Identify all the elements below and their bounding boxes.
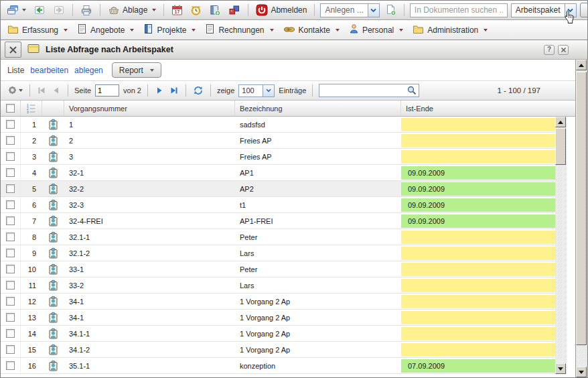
row-checkbox[interactable] (6, 297, 15, 306)
table-row[interactable]: 15 34.1-2 1 Vorgang 2 Ap (1, 342, 555, 358)
row-checkbox[interactable] (6, 233, 15, 241)
row-checkbox[interactable] (6, 249, 15, 257)
gear-icon (7, 84, 18, 97)
row-checkbox[interactable] (6, 216, 15, 225)
suchen-button[interactable]: Suchen (580, 3, 588, 17)
table-scrollbar[interactable] (555, 117, 567, 374)
arbeitspaket-icon (42, 261, 64, 277)
back-button[interactable] (31, 3, 48, 17)
bearbeiten-link[interactable]: bearbeiten (30, 66, 68, 75)
table-row[interactable]: 14 34.1-1 1 Vorgang 2 Ap (1, 326, 555, 342)
menu-administration[interactable]: Administration (413, 24, 488, 36)
report-button[interactable]: Report (112, 62, 161, 78)
menu-kontakte[interactable]: Kontakte (283, 24, 340, 36)
modules-button[interactable] (226, 3, 242, 17)
row-checkbox[interactable] (6, 120, 15, 129)
anlegen-select[interactable]: Anlegen ... (320, 3, 379, 17)
row-checkbox[interactable] (6, 313, 15, 322)
row-checkbox[interactable] (6, 265, 15, 273)
arbeitspaket-icon (42, 197, 64, 212)
grid-settings-button[interactable] (6, 84, 23, 98)
close-button[interactable] (558, 45, 569, 55)
menu-rechnungen[interactable]: Rechnungen (205, 23, 273, 36)
print-button[interactable] (78, 3, 94, 17)
table-row[interactable]: 16 35.1-1 konzeption 07.09.2009 (1, 358, 555, 374)
row-number: 3 (21, 149, 42, 164)
row-checkbox[interactable] (6, 152, 15, 161)
row-checkbox[interactable] (6, 200, 15, 209)
scrollbar-thumb[interactable] (555, 128, 566, 165)
arbeitspaket-icon (42, 117, 64, 132)
logout-button[interactable]: Abmelden (254, 3, 309, 17)
last-page-button[interactable] (169, 85, 179, 96)
menu-erfassung[interactable]: Erfassung (7, 24, 68, 36)
search-scope-select[interactable]: Arbeitspaket (511, 3, 577, 17)
table-row[interactable]: 6 32-3 t1 09.09.2009 (1, 197, 555, 213)
search-icon[interactable] (407, 85, 417, 97)
window-list-button[interactable] (5, 3, 28, 17)
forward-button[interactable] (51, 3, 67, 17)
separator (163, 4, 164, 16)
grid-filter-input[interactable] (319, 84, 419, 97)
table-row[interactable]: 11 33-2 Lars (1, 277, 555, 294)
close-window-button[interactable] (5, 42, 21, 58)
refresh-button[interactable] (192, 84, 204, 97)
scroll-down-button[interactable] (555, 363, 566, 374)
table-row[interactable]: 1 1 sadsfsd (1, 117, 555, 133)
table-row[interactable]: 8 32.1-1 Peter (1, 229, 555, 245)
table-row[interactable]: 13 34-1 1 Vorgang 2 Ap (1, 310, 555, 326)
calendar-button[interactable]: 17 (169, 3, 185, 17)
table-row[interactable]: 3 3 Freies AP (1, 149, 555, 165)
scroll-up-button[interactable] (555, 117, 566, 127)
table-row[interactable]: 2 2 Freies AP (1, 133, 555, 149)
row-bezeichnung: 1 Vorgang 2 Ap (235, 326, 401, 341)
scrollbar-thumb[interactable] (576, 72, 587, 345)
menu-personal[interactable]: Personal (349, 23, 403, 36)
table-row[interactable]: 9 32.1-2 Lars (1, 245, 555, 261)
page-size-select[interactable]: 100 (238, 84, 275, 97)
row-bezeichnung: 1 Vorgang 2 Ap (235, 310, 401, 325)
numbered-list-icon[interactable]: 1 2 3 (21, 101, 42, 116)
help-button[interactable]: ? (544, 45, 555, 55)
table-row[interactable]: 5 32-2 AP2 09.09.2009 (1, 181, 555, 197)
menu-angebote[interactable]: Angebote (77, 23, 134, 36)
scroll-up-button[interactable] (576, 60, 587, 70)
print-icon (80, 5, 92, 16)
first-page-button[interactable] (36, 85, 47, 96)
document-search-input[interactable] (410, 3, 508, 17)
row-checkbox[interactable] (6, 136, 15, 145)
menu-projekte[interactable]: Projekte (143, 23, 196, 36)
row-checkbox[interactable] (6, 345, 15, 354)
table-row[interactable]: 4 32-1 AP1 09.09.2009 (1, 165, 555, 181)
document-add-button[interactable] (383, 3, 398, 17)
row-checkbox[interactable] (6, 361, 15, 370)
ablage-menu-button[interactable]: Ablage (106, 3, 158, 17)
window-scrollbar[interactable] (576, 60, 587, 377)
table-body: 1 1 sadsfsd 2 2 Freies AP (1, 117, 555, 374)
table-row[interactable]: 12 34-1 1 Vorgang 2 Ap (1, 294, 555, 310)
next-page-button[interactable] (154, 85, 165, 96)
book-add-icon (209, 5, 221, 16)
ablegen-link[interactable]: ablegen (74, 66, 103, 75)
select-all-checkbox[interactable] (6, 104, 15, 113)
table-row[interactable]: 7 32-4-FREI AP1-FREI 09.09.2009 (1, 213, 555, 229)
book-add-button[interactable] (207, 3, 223, 17)
page-number-input[interactable] (95, 84, 119, 97)
anlegen-value: Anlegen ... (321, 4, 367, 17)
column-header-bezeichnung[interactable]: Bezeichnung (235, 101, 401, 116)
row-checkbox[interactable] (6, 329, 15, 338)
row-vorgangsnummer: 3 (64, 149, 235, 164)
column-header-vorgangsnummer[interactable]: Vorgangsnummer (64, 101, 235, 116)
row-checkbox[interactable] (6, 168, 15, 177)
reminder-button[interactable] (188, 3, 204, 17)
row-ist-ende (401, 327, 555, 340)
prev-page-button[interactable] (51, 85, 62, 96)
back-icon (33, 5, 46, 15)
row-checkbox[interactable] (6, 184, 15, 193)
row-number: 6 (21, 197, 42, 212)
column-header-ist-ende[interactable]: Ist-Ende (401, 101, 575, 116)
scroll-down-button[interactable] (576, 367, 587, 377)
table-row[interactable]: 10 33-1 Peter (1, 261, 555, 277)
row-checkbox[interactable] (6, 281, 15, 290)
separator (68, 84, 68, 97)
